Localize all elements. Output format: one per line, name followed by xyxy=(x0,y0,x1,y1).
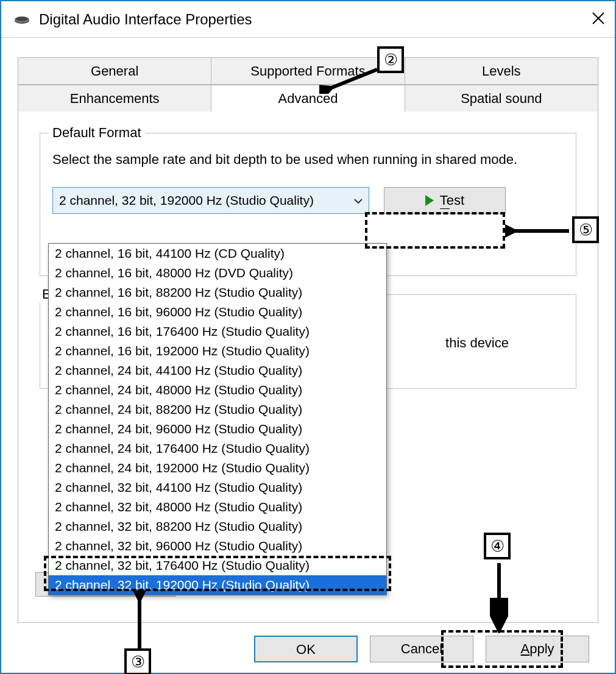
close-button[interactable] xyxy=(587,10,610,29)
test-button-label: Test xyxy=(440,193,464,208)
format-option[interactable]: 2 channel, 24 bit, 96000 Hz (Studio Qual… xyxy=(49,419,386,439)
format-option[interactable]: 2 channel, 16 bit, 192000 Hz (Studio Qua… xyxy=(49,341,386,361)
close-icon xyxy=(592,12,605,25)
ok-button[interactable]: OK xyxy=(254,636,358,662)
format-option[interactable]: 2 channel, 16 bit, 48000 Hz (DVD Quality… xyxy=(49,263,386,283)
dialog-buttons: OK Cancel Apply xyxy=(254,636,589,662)
combobox-value: 2 channel, 32 bit, 192000 Hz (Studio Qua… xyxy=(59,193,353,208)
cancel-button[interactable]: Cancel xyxy=(370,636,473,662)
tab-general[interactable]: General xyxy=(18,57,211,85)
format-option[interactable]: 2 channel, 24 bit, 88200 Hz (Studio Qual… xyxy=(49,400,386,419)
format-option[interactable]: 2 channel, 16 bit, 44100 Hz (CD Quality) xyxy=(49,244,386,263)
tab-strip: General Supported Formats Levels Enhance… xyxy=(18,57,598,112)
tab-enhancements[interactable]: Enhancements xyxy=(18,85,211,112)
annotation-callout-3: ③ xyxy=(124,648,151,674)
format-option[interactable]: 2 channel, 24 bit, 48000 Hz (Studio Qual… xyxy=(49,380,386,400)
format-option[interactable]: 2 channel, 32 bit, 96000 Hz (Studio Qual… xyxy=(49,536,386,556)
tab-levels[interactable]: Levels xyxy=(405,57,598,85)
format-dropdown-list[interactable]: 2 channel, 16 bit, 44100 Hz (CD Quality)… xyxy=(48,243,387,595)
format-option[interactable]: 2 channel, 16 bit, 96000 Hz (Studio Qual… xyxy=(49,302,386,322)
apply-button[interactable]: Apply xyxy=(486,636,589,662)
exclusive-mode-text-partial: this device xyxy=(445,335,509,350)
format-option[interactable]: 2 channel, 32 bit, 48000 Hz (Studio Qual… xyxy=(49,497,386,517)
format-option[interactable]: 2 channel, 16 bit, 176400 Hz (Studio Qua… xyxy=(49,322,386,341)
play-icon xyxy=(425,195,434,206)
window-title: Digital Audio Interface Properties xyxy=(39,11,587,28)
format-option[interactable]: 2 channel, 24 bit, 44100 Hz (Studio Qual… xyxy=(49,361,386,380)
format-option[interactable]: 2 channel, 32 bit, 176400 Hz (Studio Qua… xyxy=(49,556,386,575)
dialog-window: Digital Audio Interface Properties Gener… xyxy=(0,0,616,674)
dialog-body: General Supported Formats Levels Enhance… xyxy=(2,39,614,672)
format-combobox[interactable]: 2 channel, 32 bit, 192000 Hz (Studio Qua… xyxy=(52,187,369,214)
tab-advanced[interactable]: Advanced xyxy=(211,85,405,112)
groupbox-legend: Default Format xyxy=(49,125,145,141)
format-option[interactable]: 2 channel, 32 bit, 192000 Hz (Studio Qua… xyxy=(49,575,386,595)
format-option[interactable]: 2 channel, 16 bit, 88200 Hz (Studio Qual… xyxy=(49,283,386,302)
sound-device-icon xyxy=(13,14,30,25)
format-option[interactable]: 2 channel, 32 bit, 88200 Hz (Studio Qual… xyxy=(49,517,386,536)
tab-spatial-sound[interactable]: Spatial sound xyxy=(405,85,598,112)
svg-point-2 xyxy=(16,16,28,21)
format-option[interactable]: 2 channel, 24 bit, 176400 Hz (Studio Qua… xyxy=(49,439,386,458)
titlebar: Digital Audio Interface Properties xyxy=(1,1,615,38)
format-option[interactable]: 2 channel, 32 bit, 44100 Hz (Studio Qual… xyxy=(49,478,386,497)
default-format-description: Select the sample rate and bit depth to … xyxy=(52,151,564,169)
format-option[interactable]: 2 channel, 24 bit, 192000 Hz (Studio Qua… xyxy=(49,458,386,478)
chevron-down-icon xyxy=(353,195,364,206)
test-button[interactable]: Test xyxy=(384,187,506,214)
tab-supported-formats[interactable]: Supported Formats xyxy=(211,57,405,85)
